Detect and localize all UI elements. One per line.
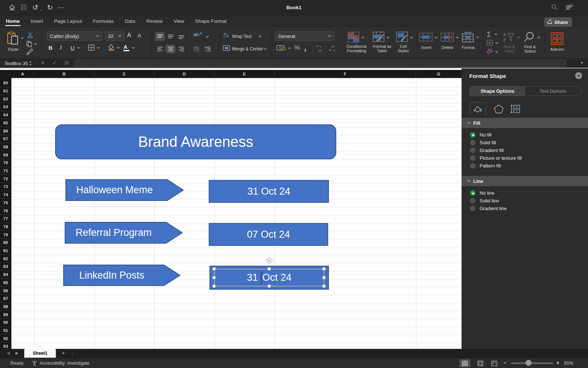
font-color-chevron-icon[interactable]	[132, 47, 135, 49]
tab-page-layout[interactable]: Page Layout	[53, 16, 83, 26]
section-header-line[interactable]: Line	[462, 176, 588, 186]
format-painter-icon[interactable]	[26, 49, 33, 57]
font-color-icon[interactable]: A	[123, 44, 129, 51]
formula-bar-expand-icon[interactable]: ▼	[580, 61, 584, 65]
radio-icon[interactable]	[470, 155, 476, 161]
row-header-69[interactable]: 69	[0, 151, 11, 159]
row-header-61[interactable]: 61	[0, 87, 11, 95]
row-header-63[interactable]: 63	[0, 103, 11, 111]
share-people-icon[interactable]	[565, 4, 573, 13]
option-no-line[interactable]: No line	[470, 189, 494, 197]
wrap-text-chevron-icon[interactable]	[258, 35, 262, 38]
align-top-button[interactable]	[155, 32, 165, 41]
column-header-F[interactable]: F	[275, 70, 416, 78]
zoom-in-button[interactable]: +	[556, 360, 559, 366]
decrease-font-size-button[interactable]: Aˇ	[138, 33, 142, 38]
share-button[interactable]: Share	[544, 17, 572, 27]
option-gradient-fill[interactable]: Gradient fill	[470, 146, 504, 154]
column-header-E[interactable]: E	[215, 70, 275, 78]
copy-icon[interactable]	[26, 41, 32, 49]
panel-tab-text-options[interactable]: Text Options	[525, 86, 581, 96]
radio-icon[interactable]	[470, 206, 476, 211]
align-center-button[interactable]	[166, 45, 175, 53]
text-orientation-icon[interactable]: ab	[193, 32, 202, 37]
sort-filter-label[interactable]: Sort & Filter	[500, 45, 519, 53]
zoom-slider-thumb[interactable]	[526, 360, 531, 366]
copy-chevron-icon[interactable]	[34, 43, 37, 45]
underline-chevron-icon[interactable]	[77, 47, 80, 49]
increase-decimal-icon[interactable]: 0.00	[315, 45, 325, 53]
insert-cells-icon[interactable]	[419, 33, 433, 43]
cells-area[interactable]	[11, 78, 462, 349]
align-bottom-button[interactable]	[176, 32, 186, 41]
clear-chevron-icon[interactable]	[495, 51, 498, 53]
increase-indent-icon[interactable]	[203, 45, 212, 53]
option-pattern-fill[interactable]: Pattern fill	[470, 162, 501, 170]
row-header-66[interactable]: 66	[0, 127, 11, 135]
column-header-D[interactable]: D	[154, 70, 215, 78]
accounting-chevron-icon[interactable]	[288, 47, 291, 49]
format-label[interactable]: Format	[460, 45, 476, 50]
effects-tab[interactable]	[491, 102, 507, 116]
tab-view[interactable]: View	[173, 16, 185, 26]
merge-center-icon[interactable]	[223, 45, 230, 52]
next-sheet-icon[interactable]: ▶	[15, 351, 18, 355]
page-break-view-button[interactable]	[489, 359, 500, 367]
cell-styles-icon[interactable]	[396, 32, 408, 44]
merge-center-label[interactable]: Merge & Center	[232, 46, 263, 52]
row-header-80[interactable]: 80	[0, 239, 11, 247]
fill-color-icon[interactable]	[108, 44, 115, 52]
increase-font-size-button[interactable]: Aˆ	[127, 32, 132, 39]
clear-icon[interactable]	[487, 49, 493, 56]
format-cells-icon[interactable]	[462, 31, 474, 44]
row-header-72[interactable]: 72	[0, 175, 11, 183]
row-header-81[interactable]: 81	[0, 247, 11, 255]
enter-icon[interactable]: ✓	[53, 60, 57, 66]
zoom-percentage[interactable]: 91%	[564, 361, 573, 366]
radio-icon[interactable]	[470, 163, 476, 169]
radio-icon[interactable]	[470, 132, 476, 138]
cell-styles-label[interactable]: Cell Styles	[395, 44, 412, 53]
option-no-fill[interactable]: No fill	[470, 131, 492, 139]
underline-button[interactable]: U	[71, 45, 75, 51]
spreadsheet-grid[interactable]: ABCDEFG 60616263646566676869707172737475…	[0, 68, 462, 349]
conditional-formatting-icon[interactable]	[348, 32, 359, 44]
format-as-table-label[interactable]: Format as Table	[369, 44, 395, 53]
row-header-75[interactable]: 75	[0, 199, 11, 207]
sheet-tab-sheet1[interactable]: Sheet1	[24, 349, 56, 358]
percent-style-icon[interactable]: %	[294, 44, 300, 52]
column-header-B[interactable]: B	[34, 70, 94, 78]
wrap-text-label[interactable]: Wrap Text	[232, 34, 252, 39]
tab-data[interactable]: Data	[124, 16, 136, 26]
align-left-button[interactable]	[155, 45, 165, 53]
format-as-table-chevron-icon[interactable]	[386, 36, 390, 39]
comma-style-icon[interactable]: ,	[304, 42, 306, 53]
font-size-select[interactable]: 32	[105, 31, 125, 41]
merge-center-chevron-icon[interactable]	[263, 48, 267, 50]
row-header-91[interactable]: 91	[0, 327, 11, 335]
option-solid-line[interactable]: Solid line	[470, 197, 499, 205]
row-header-87[interactable]: 87	[0, 295, 11, 303]
orientation-chevron-icon[interactable]	[206, 36, 209, 38]
addins-icon[interactable]	[551, 32, 564, 47]
section-header-fill[interactable]: Fill	[462, 118, 588, 128]
row-header-76[interactable]: 76	[0, 207, 11, 215]
cell-styles-chevron-icon[interactable]	[410, 36, 413, 39]
formula-input[interactable]	[75, 59, 566, 67]
row-header-71[interactable]: 71	[0, 167, 11, 175]
autosum-icon[interactable]: ∑	[487, 31, 491, 37]
page-layout-view-button[interactable]	[475, 359, 486, 367]
wrap-text-icon[interactable]: abc	[223, 33, 230, 40]
italic-button[interactable]: I	[60, 45, 62, 51]
row-header-73[interactable]: 73	[0, 183, 11, 191]
row-header-65[interactable]: 65	[0, 119, 11, 127]
tab-review[interactable]: Review	[146, 16, 163, 26]
tab-shape-format[interactable]: Shape Format	[194, 16, 227, 26]
number-format-select[interactable]: General	[275, 31, 334, 41]
row-header-82[interactable]: 82	[0, 255, 11, 263]
row-header-70[interactable]: 70	[0, 159, 11, 167]
row-header-85[interactable]: 85	[0, 279, 11, 287]
fill-color-chevron-icon[interactable]	[116, 47, 120, 49]
radio-icon[interactable]	[470, 140, 476, 145]
fill-down-icon[interactable]	[487, 40, 493, 47]
